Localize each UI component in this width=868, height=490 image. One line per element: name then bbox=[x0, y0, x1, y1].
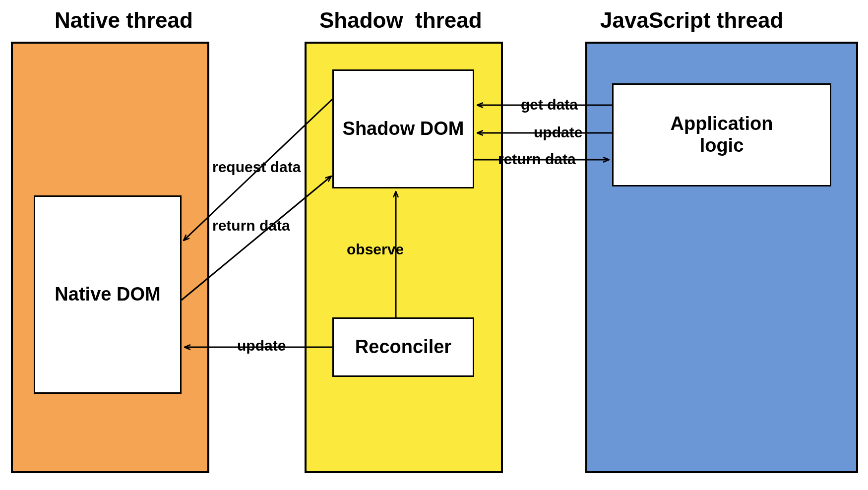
node-reconciler: Reconciler bbox=[332, 317, 474, 377]
edge-label-get-data: get data bbox=[521, 96, 578, 113]
edge-label-return-data-js: return data bbox=[498, 151, 576, 168]
node-native-dom: Native DOM bbox=[34, 195, 182, 394]
node-shadow-dom: Shadow DOM bbox=[332, 69, 474, 188]
diagram-canvas: Native thread Shadow thread JavaScript t… bbox=[0, 0, 868, 490]
column-title-native: Native thread bbox=[55, 8, 193, 33]
edge-label-return-data-native: return data bbox=[212, 217, 290, 234]
edge-label-observe: observe bbox=[347, 241, 404, 258]
column-title-js: JavaScript thread bbox=[600, 8, 783, 33]
column-title-shadow: Shadow thread bbox=[319, 8, 482, 33]
edge-label-request-data: request data bbox=[212, 159, 301, 176]
edge-label-update-native: update bbox=[237, 337, 286, 354]
edge-label-update-shadow: update bbox=[534, 124, 582, 141]
node-app-logic: Application logic bbox=[612, 83, 831, 186]
